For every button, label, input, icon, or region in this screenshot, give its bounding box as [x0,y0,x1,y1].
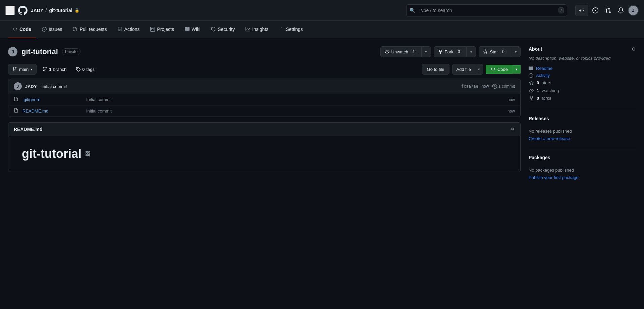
unwatch-caret[interactable]: ▾ [422,46,431,57]
publish-package-link[interactable]: Publish your first package [529,175,579,180]
fork-caret[interactable]: ▾ [467,46,476,57]
repo-header-actions: Unwatch 1 ▾ Fork 0 ▾ [380,46,521,57]
avatar-button[interactable]: J [628,5,639,16]
file-time: now [507,97,515,102]
file-icon [14,97,19,102]
search-bar: 🔍 / [406,4,567,16]
releases-section: Releases No releases published Create a … [529,109,636,148]
pull-requests-icon-button[interactable] [602,5,614,16]
toolbar-right: Go to file Add file ▾ Code ▾ [422,64,521,75]
unwatch-group: Unwatch 1 ▾ [380,46,431,57]
readme-header: README.md ✏ [8,123,520,136]
file-time: now [507,109,515,114]
unwatch-button[interactable]: Unwatch 1 [380,46,422,57]
commit-message: Initial commit [42,84,67,89]
packages-header: Packages [529,155,636,164]
nav-actions[interactable]: Actions [113,21,144,38]
breadcrumb: JADY / git-tutorial 🔒 [31,7,79,14]
readme-section: README.md ✏ git-tutorial ⛓ [8,122,521,172]
nav-wiki[interactable]: Wiki [180,21,205,38]
issues-icon-button[interactable] [590,5,601,16]
readme-link[interactable]: Readme [529,65,636,72]
file-name-link[interactable]: .gitignore [22,97,83,102]
releases-header: Releases [529,116,636,125]
about-description: No description, website, or topics provi… [529,56,636,61]
repo-header: J git-tutorial Private Unwatch 1 ▾ [8,46,521,57]
packages-empty-text: No packages published [529,168,636,173]
repo-title: git-tutorial [21,47,58,56]
branch-count-link[interactable]: 1 branch [39,65,70,74]
nav-security[interactable]: Security [206,21,239,38]
forks-stat: 0 forks [529,94,636,102]
tag-count-link[interactable]: 0 tags [72,65,98,74]
nav-issues[interactable]: Issues [37,21,67,38]
branch-selector[interactable]: main ▾ [8,64,37,75]
nav-settings[interactable]: Settings [274,21,308,38]
readme-title: README.md [14,127,43,132]
hamburger-button[interactable] [5,6,15,15]
code-button[interactable]: Code [486,65,513,74]
breadcrumb-user[interactable]: JADY [31,8,43,13]
search-input[interactable] [406,4,567,16]
star-caret[interactable]: ▾ [511,46,521,57]
add-file-group: Add file ▾ [452,64,483,75]
right-sidebar: About ⚙ No description, website, or topi… [529,46,636,187]
lock-icon: 🔒 [74,8,79,13]
packages-title: Packages [529,155,550,160]
commit-history-link[interactable]: 1 commit [492,84,515,89]
toolbar: main ▾ 1 branch 0 tags Go to file Add fi… [8,64,521,75]
repo-owner-avatar: J [8,47,17,56]
commit-header-row: J JADY Initial commit fcaa7ae now 1 comm… [8,79,520,94]
commit-author-name[interactable]: JADY [25,84,37,89]
add-file-button[interactable]: Add file [452,65,475,74]
about-section: About ⚙ No description, website, or topi… [529,46,636,109]
nav-pull-requests[interactable]: Pull requests [68,21,111,38]
watching-stat: 1 watching [529,87,636,94]
main-content: J git-tutorial Private Unwatch 1 ▾ [0,38,644,195]
left-column: J git-tutorial Private Unwatch 1 ▾ [8,46,521,187]
about-title: About [529,46,542,52]
stars-stat: 0 stars [529,79,636,87]
packages-section: Packages No packages published Publish y… [529,148,636,187]
repo-nav: Code Issues Pull requests Actions Projec… [0,21,644,38]
search-kbd: / [558,7,564,13]
about-header: About ⚙ [529,46,636,52]
new-menu-button[interactable]: + ▾ [575,5,588,16]
code-button-group: Code ▾ [486,64,521,75]
commit-meta: fcaa7ae now 1 commit [461,84,515,89]
about-settings-icon[interactable]: ⚙ [632,46,636,52]
star-group: Star 0 ▾ [479,46,521,57]
readme-anchor-icon[interactable]: ⛓ [85,150,91,158]
star-button[interactable]: Star 0 [479,46,511,57]
file-icon [14,108,19,114]
readme-body: git-tutorial ⛓ [8,136,520,172]
code-button-caret[interactable]: ▾ [513,65,521,74]
releases-title: Releases [529,116,549,121]
nav-insights[interactable]: Insights [241,21,273,38]
breadcrumb-repo: git-tutorial [49,8,72,13]
file-commit-msg: Initial commit [86,97,504,102]
readme-edit-button[interactable]: ✏ [511,126,515,132]
fork-button[interactable]: Fork 0 [434,46,467,57]
add-file-caret[interactable]: ▾ [475,65,483,73]
notifications-button[interactable] [615,5,627,16]
github-logo[interactable] [17,5,28,16]
nav-projects[interactable]: Projects [146,21,179,38]
file-row: .gitignore Initial commit now [8,94,520,105]
top-nav-left: JADY / git-tutorial 🔒 [5,5,79,16]
top-nav: JADY / git-tutorial 🔒 🔍 / + ▾ [0,0,644,21]
nav-code[interactable]: Code [8,21,36,38]
create-release-link[interactable]: Create a new release [529,136,570,141]
file-commit-msg: Initial commit [86,108,504,114]
releases-empty-text: No releases published [529,129,636,134]
top-nav-right: + ▾ J [575,5,639,16]
commit-author-avatar: J [14,82,22,90]
activity-link[interactable]: Activity [529,72,636,79]
file-table: J JADY Initial commit fcaa7ae now 1 comm… [8,79,521,117]
commit-time: now [482,84,489,89]
file-row: README.md Initial commit now [8,105,520,117]
go-to-file-button[interactable]: Go to file [422,64,449,75]
private-badge: Private [62,48,80,55]
breadcrumb-sep: / [45,7,47,14]
file-name-link[interactable]: README.md [22,108,83,114]
